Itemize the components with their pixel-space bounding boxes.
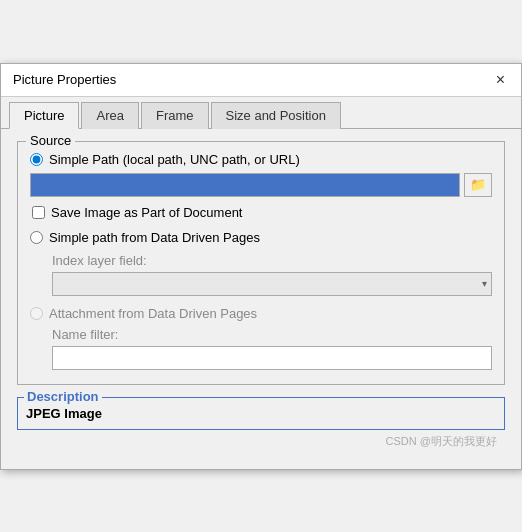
data-driven-radio[interactable] (30, 231, 43, 244)
name-filter-label: Name filter: (52, 327, 492, 342)
save-image-checkbox[interactable] (32, 206, 45, 219)
picture-properties-window: Picture Properties × Picture Area Frame … (0, 63, 522, 470)
source-group: Source Simple Path (local path, UNC path… (17, 141, 505, 385)
simple-path-radio[interactable] (30, 153, 43, 166)
index-layer-dropdown[interactable]: ▾ (52, 272, 492, 296)
close-button[interactable]: × (492, 72, 509, 88)
tab-content: Source Simple Path (local path, UNC path… (1, 129, 521, 469)
attachment-label: Attachment from Data Driven Pages (49, 306, 257, 321)
window-title: Picture Properties (13, 72, 116, 87)
tab-picture[interactable]: Picture (9, 102, 79, 129)
path-input[interactable] (30, 173, 460, 197)
simple-path-radio-row: Simple Path (local path, UNC path, or UR… (30, 152, 492, 167)
description-group-label: Description (24, 389, 102, 404)
title-bar: Picture Properties × (1, 64, 521, 97)
index-layer-label: Index layer field: (52, 253, 492, 268)
data-driven-label: Simple path from Data Driven Pages (49, 230, 260, 245)
save-image-checkbox-row: Save Image as Part of Document (32, 205, 492, 220)
save-image-label: Save Image as Part of Document (51, 205, 242, 220)
tab-size-and-position[interactable]: Size and Position (211, 102, 341, 129)
index-layer-dropdown-row: ▾ (52, 272, 492, 296)
source-group-label: Source (26, 133, 75, 148)
description-value: JPEG Image (26, 406, 496, 421)
dropdown-arrow-icon: ▾ (482, 278, 487, 289)
folder-icon: 📁 (470, 177, 486, 192)
path-input-row: 📁 (30, 173, 492, 197)
tab-bar: Picture Area Frame Size and Position (1, 97, 521, 129)
watermark: CSDN @明天的我更好 (17, 430, 505, 453)
description-group: Description JPEG Image (17, 397, 505, 430)
name-filter-input-container (52, 346, 492, 370)
name-filter-input[interactable] (52, 346, 492, 370)
browse-folder-button[interactable]: 📁 (464, 173, 492, 197)
data-driven-radio-row: Simple path from Data Driven Pages (30, 230, 492, 245)
attachment-radio-row radio-row disabled: Attachment from Data Driven Pages (30, 306, 492, 321)
tab-frame[interactable]: Frame (141, 102, 209, 129)
attachment-radio[interactable] (30, 307, 43, 320)
simple-path-label: Simple Path (local path, UNC path, or UR… (49, 152, 300, 167)
tab-area[interactable]: Area (81, 102, 138, 129)
